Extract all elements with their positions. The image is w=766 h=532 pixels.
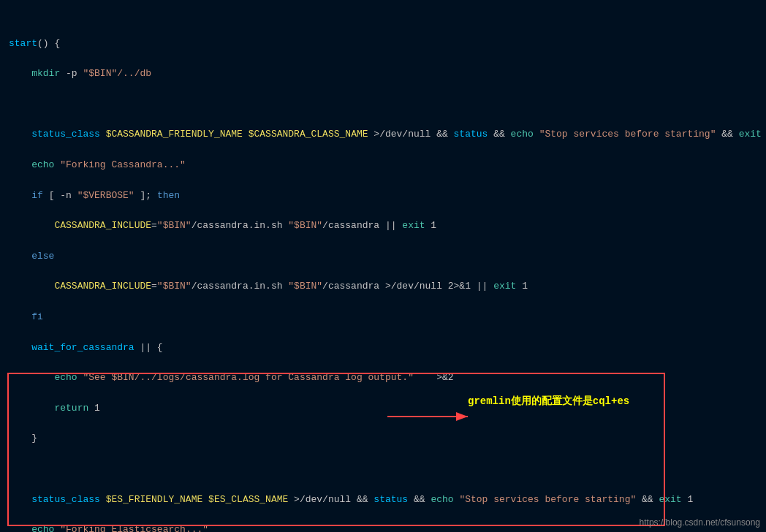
- line-5: echo "Forking Cassandra...": [9, 158, 757, 173]
- line-8: else: [9, 249, 757, 265]
- line-4: status_class $CASSANDRA_FRIENDLY_NAME $C…: [9, 127, 757, 142]
- line-13: return 1: [9, 401, 757, 417]
- line-6: if [ -n "$VERBOSE" ]; then: [9, 189, 757, 204]
- watermark: https://blog.csdn.net/cfsunsong: [640, 517, 760, 528]
- line-9: CASSANDRA_INCLUDE="$BIN"/cassandra.in.sh…: [9, 279, 757, 294]
- line-14: }: [9, 431, 757, 446]
- annotation-text: gremlin使用的配置文件是cql+es: [468, 395, 629, 408]
- line-16: status_class $ES_FRIENDLY_NAME $ES_CLASS…: [9, 493, 757, 508]
- line-15: [9, 462, 757, 477]
- line-11: wait_for_cassandra || {: [9, 341, 757, 356]
- line-10: fi: [9, 310, 757, 325]
- line-1: start() {: [9, 37, 757, 52]
- line-7: CASSANDRA_INCLUDE="$BIN"/cassandra.in.sh…: [9, 218, 757, 234]
- line-12: echo "See $BIN/../logs/cassandra.log for…: [9, 370, 757, 386]
- line-3: [9, 97, 757, 113]
- line-2: mkdir -p "$BIN"/../db: [9, 66, 757, 82]
- annotation-arrow: [387, 406, 475, 428]
- code-block: start() { mkdir -p "$BIN"/../db status_c…: [0, 0, 766, 532]
